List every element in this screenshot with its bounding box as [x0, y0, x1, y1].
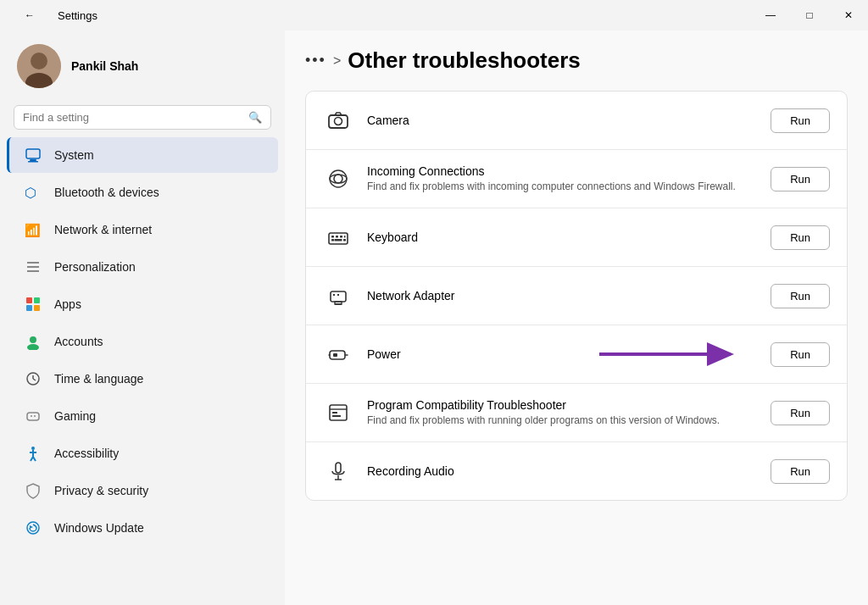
svg-point-32: [334, 175, 342, 183]
svg-text:📶: 📶: [25, 223, 41, 238]
app-title: Settings: [58, 9, 97, 22]
sidebar-item-accounts[interactable]: Accounts: [7, 324, 278, 359]
svg-rect-12: [34, 297, 40, 303]
list-item: Power Run: [306, 325, 847, 384]
item-title: Power: [367, 347, 548, 361]
sidebar-item-privacy[interactable]: Privacy & security: [7, 473, 278, 508]
run-network-adapter-button[interactable]: Run: [771, 284, 830, 308]
sidebar-item-personalization[interactable]: Personalization: [7, 249, 278, 285]
sidebar-item-gaming[interactable]: Gaming: [7, 398, 278, 434]
keyboard-icon: [323, 222, 353, 253]
sidebar-label-apps: Apps: [54, 297, 81, 311]
svg-point-33: [330, 175, 347, 183]
list-item: Incoming Connections Find and fix proble…: [306, 150, 847, 208]
arrow-indicator: [591, 342, 743, 366]
run-camera-button[interactable]: Run: [771, 108, 830, 133]
svg-rect-46: [333, 294, 335, 296]
maximize-button[interactable]: □: [790, 0, 829, 31]
main-content: ••• > Other troubleshooters Camera Run: [285, 31, 868, 605]
breadcrumb-separator: >: [333, 53, 341, 69]
sidebar-label-personalization: Personalization: [54, 260, 136, 274]
bluetooth-icon: ⬡: [24, 183, 42, 202]
sidebar-item-bluetooth[interactable]: ⬡ Bluetooth & devices: [7, 175, 278, 210]
network-adapter-icon: [323, 280, 353, 311]
troubleshooter-list: Camera Run Incoming Connections Find and…: [305, 91, 848, 501]
svg-rect-43: [331, 291, 346, 302]
sidebar-label-time: Time & language: [54, 372, 143, 386]
minimize-button[interactable]: —: [751, 0, 790, 31]
svg-point-16: [27, 344, 39, 350]
svg-rect-5: [28, 161, 38, 163]
svg-line-27: [33, 457, 36, 461]
privacy-icon: [24, 481, 42, 500]
power-icon: [323, 339, 353, 369]
item-title: Keyboard: [367, 230, 757, 244]
svg-rect-51: [333, 353, 337, 357]
svg-rect-14: [34, 305, 40, 311]
item-text: Camera: [367, 114, 757, 127]
run-power-button[interactable]: Run: [771, 342, 830, 367]
search-box[interactable]: 🔍: [14, 105, 271, 130]
power-arrow: [562, 342, 743, 366]
run-incoming-button[interactable]: Run: [771, 167, 830, 191]
back-button[interactable]: ←: [10, 0, 49, 31]
svg-rect-58: [336, 463, 341, 473]
svg-rect-41: [335, 239, 342, 241]
sidebar-item-update[interactable]: Windows Update: [7, 510, 278, 546]
search-input[interactable]: [23, 111, 242, 124]
svg-point-15: [30, 336, 36, 343]
sidebar-item-system[interactable]: System: [7, 137, 278, 173]
sidebar-item-network[interactable]: 📶 Network & internet: [7, 212, 278, 247]
sidebar-label-update: Windows Update: [54, 521, 144, 535]
gaming-icon: [24, 407, 42, 425]
user-section[interactable]: Pankil Shah: [0, 31, 285, 102]
titlebar-left: ← Settings: [10, 0, 97, 31]
run-recording-audio-button[interactable]: Run: [771, 459, 830, 484]
accessibility-icon: [24, 444, 42, 463]
sidebar-item-accessibility[interactable]: Accessibility: [7, 436, 278, 471]
sidebar-item-apps[interactable]: Apps: [7, 286, 278, 322]
item-text: Program Compatibility Troubleshooter Fin…: [367, 398, 757, 428]
svg-rect-38: [340, 236, 342, 238]
update-icon: [24, 519, 42, 537]
svg-rect-56: [332, 412, 337, 414]
time-icon: [24, 369, 42, 388]
svg-rect-42: [343, 239, 346, 241]
breadcrumb: ••• > Other troubleshooters: [305, 47, 848, 74]
close-button[interactable]: ✕: [829, 0, 868, 31]
incoming-connections-icon: [323, 164, 353, 194]
svg-point-23: [31, 447, 35, 450]
svg-marker-29: [30, 525, 33, 529]
personalization-icon: [24, 258, 42, 276]
svg-rect-13: [26, 305, 32, 311]
window-controls: — □ ✕: [751, 0, 868, 31]
svg-point-1: [31, 53, 47, 69]
list-item: Recording Audio Run: [306, 442, 847, 500]
svg-point-31: [335, 118, 342, 125]
sidebar-item-time[interactable]: Time & language: [7, 361, 278, 397]
svg-rect-36: [331, 236, 334, 238]
item-desc: Find and fix problems with running older…: [367, 414, 757, 428]
list-item: Network Adapter Run: [306, 267, 847, 325]
svg-text:⬡: ⬡: [25, 186, 36, 200]
breadcrumb-dots[interactable]: •••: [305, 52, 326, 69]
svg-rect-20: [27, 413, 39, 420]
run-keyboard-button[interactable]: Run: [771, 225, 830, 250]
svg-rect-3: [26, 149, 40, 158]
svg-rect-57: [332, 415, 341, 417]
item-text: Keyboard: [367, 230, 757, 244]
system-icon: [24, 146, 42, 164]
sidebar-label-bluetooth: Bluetooth & devices: [54, 186, 159, 199]
run-program-compat-button[interactable]: Run: [771, 401, 830, 425]
svg-rect-11: [26, 297, 32, 303]
item-text: Recording Audio: [367, 464, 757, 478]
list-item: Program Compatibility Troubleshooter Fin…: [306, 384, 847, 442]
avatar: [17, 44, 61, 88]
item-title: Network Adapter: [367, 289, 757, 302]
page-title: Other troubleshooters: [348, 47, 580, 74]
item-title: Program Compatibility Troubleshooter: [367, 398, 757, 412]
user-name: Pankil Shah: [71, 59, 138, 73]
network-icon: 📶: [24, 220, 42, 239]
svg-rect-37: [336, 236, 338, 238]
svg-rect-39: [344, 236, 346, 238]
